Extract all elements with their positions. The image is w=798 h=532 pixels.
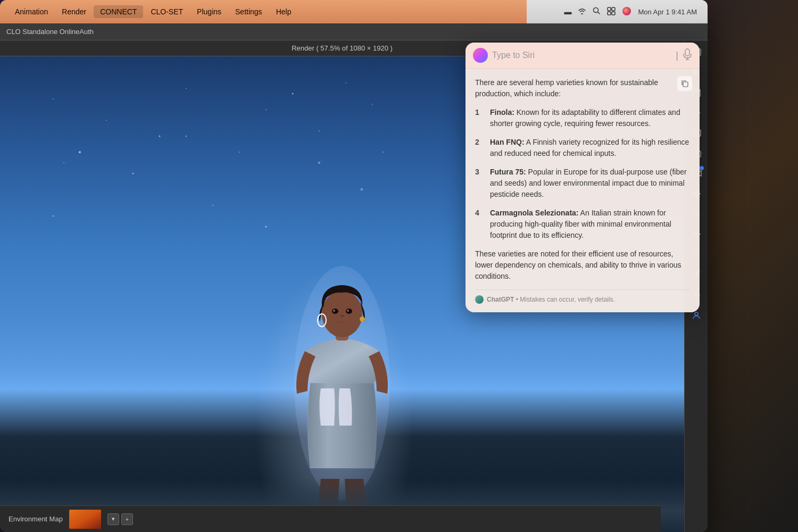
siri-footer: ChatGPT • Mistakes can occur, verify det… — [475, 289, 690, 304]
svg-rect-2 — [608, 7, 611, 11]
system-menubar: ▬ — [527, 0, 708, 23]
siri-outro-text: These varieties are noted for their effi… — [475, 248, 690, 282]
env-add-btn[interactable]: + — [121, 513, 133, 525]
list-num-1: 1 — [475, 107, 484, 129]
microphone-icon[interactable] — [683, 48, 692, 63]
bottom-panel: Environment Map ▾ — [0, 505, 661, 532]
control-center-icon[interactable] — [607, 7, 616, 17]
text-cursor-icon: | — [676, 50, 678, 61]
menu-connect[interactable]: CONNECT — [94, 5, 143, 18]
svg-point-10 — [332, 309, 338, 314]
list-item: 4 Carmagnola Selezionata: An Italian str… — [475, 207, 690, 241]
svg-point-12 — [333, 310, 335, 312]
env-dropdown-btn[interactable]: ▾ — [107, 513, 119, 525]
list-num-2: 2 — [475, 137, 484, 159]
wifi-icon — [578, 7, 586, 16]
list-text-1: Finola: Known for its adaptability to di… — [490, 107, 690, 129]
list-item: 1 Finola: Known for its adaptability to … — [475, 107, 690, 129]
env-map-controls: ▾ + — [107, 513, 133, 525]
svg-point-9 — [322, 290, 362, 337]
siri-orb-icon — [473, 48, 488, 63]
svg-point-15 — [360, 317, 365, 322]
menu-animation[interactable]: Animation — [9, 5, 54, 18]
list-text-3: Futura 75: Popular in Europe for its dua… — [490, 167, 690, 200]
list-num-3: 3 — [475, 167, 484, 200]
menu-plugins[interactable]: Plugins — [190, 5, 228, 18]
chatgpt-label: ChatGPT — [487, 296, 514, 303]
system-time: Mon Apr 1 9:41 AM — [638, 8, 697, 16]
siri-intro-text: There are several hemp varieties known f… — [475, 77, 690, 99]
siri-icon[interactable] — [622, 6, 631, 18]
siri-search-input[interactable] — [492, 51, 671, 60]
svg-point-11 — [346, 309, 352, 314]
svg-rect-25 — [69, 510, 101, 529]
svg-rect-64 — [683, 82, 688, 87]
list-title-2: Han FNQ: — [490, 138, 525, 146]
list-body-1: Known for its adaptability to different … — [490, 108, 680, 128]
siri-footer-text: ChatGPT • Mistakes can occur, verify det… — [487, 296, 615, 303]
menu-help[interactable]: Help — [270, 5, 298, 18]
menubar-left: Animation Render CONNECT CLO-SET Plugins… — [9, 5, 297, 18]
list-item: 2 Han FNQ: A Finnish variety recognized … — [475, 137, 690, 159]
list-item: 3 Futura 75: Popular in Europe for its d… — [475, 167, 690, 200]
list-text-2: Han FNQ: A Finnish variety recognized fo… — [490, 137, 690, 159]
svg-rect-4 — [608, 12, 611, 15]
list-title-4: Carmagnola Selezionata: — [490, 209, 579, 217]
list-title-3: Futura 75: — [490, 168, 526, 176]
env-map-thumbnail[interactable] — [69, 510, 101, 529]
list-num-4: 4 — [475, 207, 484, 241]
disclaimer-text: • Mistakes can occur, verify details. — [514, 296, 615, 303]
menu-settings[interactable]: Settings — [229, 5, 269, 18]
svg-rect-3 — [612, 7, 615, 11]
svg-point-13 — [347, 310, 349, 312]
toolbar-title: CLO Standalone OnlineAuth — [6, 28, 94, 36]
siri-content: There are several hemp varieties known f… — [466, 69, 700, 312]
render-label-text: Render ( 57.5% of 1080 × 1920 ) — [292, 44, 393, 52]
toolbar-row: CLO Standalone OnlineAuth — [0, 23, 708, 40]
siri-list: 1 Finola: Known for its adaptability to … — [475, 107, 690, 241]
menu-render[interactable]: Render — [55, 5, 93, 18]
siri-input-row: | — [466, 43, 700, 69]
chatgpt-icon — [475, 295, 484, 304]
svg-rect-61 — [685, 49, 689, 56]
list-text-4: Carmagnola Selezionata: An Italian strai… — [490, 207, 690, 241]
svg-rect-5 — [612, 12, 615, 15]
svg-line-1 — [598, 12, 600, 14]
siri-panel: | ▾ There are several hemp varieties kno… — [466, 43, 700, 312]
svg-point-6 — [622, 7, 631, 15]
list-title-1: Finola: — [490, 108, 514, 117]
menubar: Animation Render CONNECT CLO-SET Plugins… — [0, 0, 708, 23]
search-icon[interactable] — [593, 7, 601, 16]
copy-button[interactable] — [677, 76, 692, 91]
env-map-label: Environment Map — [9, 515, 63, 523]
menu-closet[interactable]: CLO-SET — [144, 5, 189, 18]
svg-point-60 — [695, 312, 698, 315]
battery-icon: ▬ — [564, 7, 571, 16]
